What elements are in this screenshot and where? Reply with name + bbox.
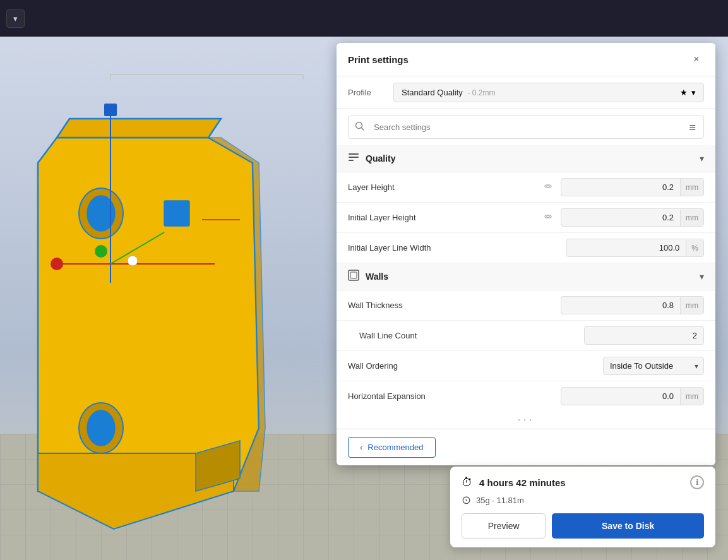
horizontal-expansion-unit: mm xyxy=(680,388,703,405)
status-material-text: 35g · 11.81m xyxy=(476,496,524,505)
initial-layer-height-unit: mm xyxy=(680,210,703,226)
initial-layer-line-width-value-wrap: % xyxy=(566,239,704,257)
search-menu-button[interactable]: ≡ xyxy=(681,117,703,138)
walls-section-label: Walls xyxy=(366,271,388,282)
profile-label: Profile xyxy=(348,88,386,97)
recommended-button[interactable]: ‹ Recommended xyxy=(348,437,436,458)
x-endpoint xyxy=(51,258,63,270)
panel-title: Print settings xyxy=(348,54,409,65)
wall-thickness-value-wrap: mm xyxy=(561,296,704,314)
profile-star-icon[interactable]: ★ xyxy=(680,88,688,97)
wall-line-count-label: Wall Line Count xyxy=(359,331,559,340)
wall-line-count-row: Wall Line Count xyxy=(337,321,715,351)
wall-thickness-unit: mm xyxy=(680,297,703,314)
quality-section-header[interactable]: Quality ▾ xyxy=(337,145,715,172)
wall-thickness-label: Wall Thickness xyxy=(348,301,535,310)
initial-layer-line-width-row: Initial Layer Line Width % xyxy=(337,233,715,263)
svg-rect-28 xyxy=(350,272,357,278)
wall-thickness-row: Wall Thickness mm xyxy=(337,290,715,321)
recommended-label: Recommended xyxy=(367,443,423,452)
top-toolbar: ▾ xyxy=(0,0,728,37)
quality-section-chevron: ▾ xyxy=(700,153,704,164)
profile-selector[interactable]: Standard Quality - 0.2mm ★ ▾ xyxy=(393,83,704,102)
wall-ordering-arrow: ▾ xyxy=(689,358,703,374)
wall-ordering-value: Inside To Outside xyxy=(604,357,689,374)
walls-section-icon xyxy=(348,270,359,283)
material-icon: ⊙ xyxy=(462,493,471,507)
quality-section-icon xyxy=(348,152,359,165)
y-axis-handle xyxy=(104,104,117,116)
center-handle xyxy=(128,256,138,266)
time-icon: ⏱ xyxy=(462,476,473,489)
initial-layer-height-link-icon[interactable] xyxy=(542,211,554,223)
initial-layer-line-width-label: Initial Layer Line Width xyxy=(348,243,541,253)
status-time: 4 hours 42 minutes xyxy=(479,477,684,488)
svg-rect-27 xyxy=(349,270,359,280)
profile-dropdown-icon[interactable]: ▾ xyxy=(691,88,696,97)
bottom-status-bar: ⏱ 4 hours 42 minutes ℹ ⊙ 35g · 11.81m Pr… xyxy=(450,467,715,547)
layer-height-input[interactable] xyxy=(561,179,680,196)
left-dropdown[interactable]: ▾ xyxy=(6,9,25,28)
3d-object-svg xyxy=(0,37,309,560)
initial-layer-line-width-input[interactable] xyxy=(567,239,686,256)
layer-height-value-wrap: mm xyxy=(561,178,704,196)
quality-section-label: Quality xyxy=(366,153,395,164)
settings-panel: Print settings × Profile Standard Qualit… xyxy=(337,43,715,465)
status-time-row: ⏱ 4 hours 42 minutes ℹ xyxy=(462,475,704,489)
initial-layer-height-label: Initial Layer Height xyxy=(348,213,535,222)
status-material-row: ⊙ 35g · 11.81m xyxy=(462,493,704,507)
wall-line-count-value-wrap xyxy=(584,326,704,345)
status-info-button[interactable]: ℹ xyxy=(690,475,704,489)
initial-layer-line-width-unit: % xyxy=(686,240,703,256)
preview-button[interactable]: Preview xyxy=(462,513,546,539)
wall-thickness-input[interactable] xyxy=(561,297,680,314)
horizontal-expansion-label: Horizontal Expansion xyxy=(348,391,535,401)
horizontal-expansion-input[interactable] xyxy=(561,388,680,405)
profile-actions: ★ ▾ xyxy=(680,88,696,97)
initial-layer-height-input[interactable] xyxy=(561,209,680,226)
panel-header: Print settings × xyxy=(337,43,715,76)
search-input[interactable] xyxy=(371,117,681,137)
initial-layer-height-value-wrap: mm xyxy=(561,208,704,227)
walls-section-header[interactable]: Walls ▾ xyxy=(337,263,715,290)
wall-ordering-row: Wall Ordering Inside To Outside ▾ xyxy=(337,351,715,381)
layer-height-row: Layer Height mm xyxy=(337,172,715,203)
settings-list: Quality ▾ Layer Height mm Initial Layer … xyxy=(337,145,715,410)
dots-separator: ··· xyxy=(337,410,715,429)
panel-close-button[interactable]: × xyxy=(689,52,704,67)
panel-bottom: ‹ Recommended xyxy=(337,429,715,465)
walls-section-chevron: ▾ xyxy=(700,271,704,282)
wall-ordering-dropdown[interactable]: Inside To Outside ▾ xyxy=(603,357,704,375)
search-bar: ≡ xyxy=(348,116,704,139)
svg-marker-11 xyxy=(57,119,221,138)
horizontal-expansion-row: Horizontal Expansion mm xyxy=(337,381,715,410)
layer-height-link-icon[interactable] xyxy=(542,181,554,193)
layer-height-unit: mm xyxy=(680,179,703,196)
svg-marker-10 xyxy=(38,138,259,491)
dropdown-arrow: ▾ xyxy=(13,14,18,23)
svg-rect-26 xyxy=(349,160,354,161)
initial-layer-height-row: Initial Layer Height mm xyxy=(337,203,715,233)
profile-version: - 0.2mm xyxy=(467,88,495,97)
profile-row: Profile Standard Quality - 0.2mm ★ ▾ xyxy=(337,76,715,109)
layer-height-label: Layer Height xyxy=(348,182,535,192)
z-endpoint xyxy=(95,245,107,258)
wall-ordering-label: Wall Ordering xyxy=(348,361,578,371)
profile-name: Standard Quality xyxy=(402,88,463,97)
svg-rect-25 xyxy=(349,157,359,158)
save-to-disk-button[interactable]: Save to Disk xyxy=(552,513,704,539)
wall-line-count-input[interactable] xyxy=(585,327,703,344)
svg-rect-24 xyxy=(349,153,359,155)
horizontal-expansion-value-wrap: mm xyxy=(561,387,704,405)
svg-point-18 xyxy=(87,410,115,446)
search-icon xyxy=(349,116,371,138)
svg-rect-16 xyxy=(164,201,189,226)
recommended-chevron: ‹ xyxy=(360,443,362,452)
svg-line-23 xyxy=(362,128,364,131)
status-buttons: Preview Save to Disk xyxy=(462,513,704,539)
